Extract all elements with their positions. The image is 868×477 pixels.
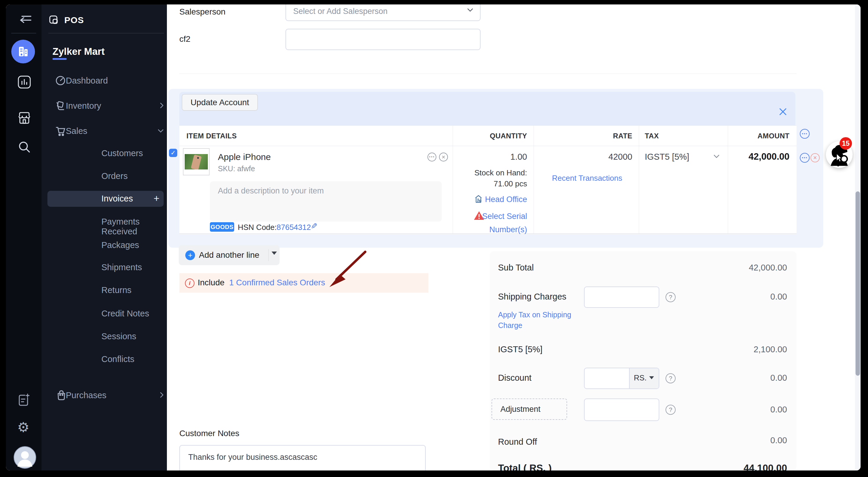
collapse-sidebar-icon[interactable] bbox=[19, 14, 33, 26]
row-delete-icon[interactable]: ✕ bbox=[810, 153, 820, 162]
salesperson-select[interactable]: Select or Add Salesperson bbox=[285, 4, 480, 21]
sidebar-item-conflicts[interactable]: Conflicts bbox=[101, 354, 134, 364]
chevron-down-icon[interactable] bbox=[158, 127, 164, 133]
sidebar-item-invoices-active[interactable]: Invoices + bbox=[48, 191, 164, 207]
adjustment-value: 0.00 bbox=[771, 405, 787, 414]
col-header-amount: AMOUNT bbox=[757, 132, 789, 140]
header-row-divider bbox=[179, 146, 797, 146]
reports-icon[interactable] bbox=[17, 75, 31, 89]
sidebar-item-shipments[interactable]: Shipments bbox=[101, 262, 142, 272]
sidebar-item-purchases[interactable]: Purchases bbox=[66, 390, 106, 400]
cf2-input[interactable] bbox=[285, 29, 480, 50]
item-sku: SKU: afwfe bbox=[218, 164, 255, 173]
adjustment-input[interactable] bbox=[584, 399, 659, 421]
store-icon[interactable] bbox=[17, 111, 31, 125]
sidebar-item-sessions[interactable]: Sessions bbox=[101, 331, 136, 341]
recent-transactions-link[interactable]: Recent Transactions bbox=[552, 173, 622, 183]
scrollbar-thumb[interactable] bbox=[856, 191, 860, 376]
row-options-icon[interactable]: ••• bbox=[800, 153, 810, 163]
customer-notes-textarea[interactable]: Thanks for your business.ascascasc bbox=[179, 445, 426, 471]
adjustment-field-button[interactable]: Adjustment bbox=[492, 399, 567, 420]
purchases-icon bbox=[56, 390, 66, 401]
adjustment-label: Adjustment bbox=[500, 405, 540, 414]
organization-icon[interactable] bbox=[11, 40, 35, 63]
include-orders-banner: i Include 1 Confirmed Sales Orders bbox=[179, 273, 428, 293]
add-line-button[interactable]: + Add another line bbox=[179, 245, 280, 265]
sidebar-item-inventory[interactable]: Inventory bbox=[66, 101, 101, 111]
customer-notes-value: Thanks for your business.ascascasc bbox=[188, 453, 317, 462]
sidebar-item-payments-received[interactable]: Payments Received bbox=[101, 217, 167, 236]
banner-close-icon[interactable] bbox=[778, 107, 788, 117]
item-quantity[interactable]: 1.00 bbox=[510, 152, 527, 162]
chevron-right-icon[interactable] bbox=[158, 102, 164, 108]
hsn-value-link[interactable]: 87654312 bbox=[277, 223, 311, 232]
tax-select[interactable]: IGST5 [5%] bbox=[645, 152, 689, 162]
app-title: POS bbox=[64, 15, 84, 25]
cf2-label: cf2 bbox=[179, 34, 190, 44]
update-account-banner bbox=[179, 92, 795, 125]
search-icon[interactable] bbox=[18, 140, 31, 154]
sidebar-item-returns[interactable]: Returns bbox=[101, 285, 132, 295]
app-window: ⚙ POS Zylker Mart Dashboard bbox=[6, 4, 861, 471]
add-line-caret-icon[interactable] bbox=[272, 252, 277, 255]
col-header-rate: RATE bbox=[613, 132, 632, 140]
discount-unit-caret-icon bbox=[649, 376, 654, 379]
sales-icon bbox=[55, 126, 66, 136]
user-avatar[interactable] bbox=[13, 446, 36, 469]
org-name[interactable]: Zylker Mart bbox=[53, 46, 105, 57]
sidebar-item-invoices-label: Invoices bbox=[101, 194, 133, 203]
igst-value: 2,100.00 bbox=[753, 345, 787, 354]
row-bottom-divider bbox=[179, 233, 797, 234]
sidebar-item-sales[interactable]: Sales bbox=[66, 126, 88, 136]
apply-tax-shipping-link-line2[interactable]: Charge bbox=[498, 321, 522, 330]
item-thumbnail[interactable] bbox=[183, 148, 210, 176]
sidebar-item-dashboard[interactable]: Dashboard bbox=[66, 76, 108, 86]
discount-unit-select[interactable]: RS. bbox=[629, 368, 659, 388]
sub-total-label: Sub Total bbox=[498, 263, 534, 273]
org-underline bbox=[53, 58, 67, 60]
item-options-icon[interactable]: ••• bbox=[428, 153, 436, 161]
chevron-right-icon[interactable] bbox=[158, 392, 164, 398]
shipping-charges-input[interactable] bbox=[584, 286, 659, 308]
sidebar: POS Zylker Mart Dashboard Inventory Sale… bbox=[41, 4, 167, 471]
discount-input[interactable]: RS. bbox=[584, 368, 659, 389]
dashboard-icon bbox=[56, 75, 65, 86]
new-document-icon[interactable] bbox=[17, 393, 31, 407]
row-checkbox[interactable]: ✓ bbox=[169, 149, 177, 157]
round-off-label: Round Off bbox=[498, 437, 537, 447]
sub-total-value: 42,000.00 bbox=[749, 263, 787, 273]
item-description-input[interactable]: Add a description to your item bbox=[210, 181, 442, 222]
col-header-tax: TAX bbox=[645, 132, 659, 140]
select-serial-link-line2[interactable]: Number(s) bbox=[489, 225, 527, 234]
item-name[interactable]: Apple iPhone bbox=[218, 152, 271, 162]
adjustment-help-icon[interactable]: ? bbox=[665, 405, 676, 415]
apply-tax-shipping-link-line1[interactable]: Apply Tax on Shipping bbox=[498, 311, 571, 319]
shipping-value: 0.00 bbox=[771, 292, 787, 301]
salesperson-label: Salesperson bbox=[179, 7, 226, 17]
sidebar-item-orders[interactable]: Orders bbox=[101, 171, 128, 181]
form-divider bbox=[179, 73, 797, 74]
discount-help-icon[interactable]: ? bbox=[665, 373, 676, 383]
select-serial-link-line1[interactable]: Select Serial bbox=[482, 212, 527, 221]
shipping-help-icon[interactable]: ? bbox=[665, 292, 676, 302]
icon-rail: ⚙ bbox=[6, 4, 41, 471]
notification-badge: 15 bbox=[840, 137, 852, 150]
description-placeholder: Add a description to your item bbox=[218, 186, 324, 195]
sidebar-item-customers[interactable]: Customers bbox=[101, 149, 143, 158]
settings-gear-icon[interactable]: ⚙ bbox=[17, 420, 29, 434]
plus-circle-icon: + bbox=[185, 250, 195, 260]
discount-value: 0.00 bbox=[771, 373, 787, 383]
sidebar-item-credit-notes[interactable]: Credit Notes bbox=[101, 309, 149, 318]
edit-pencil-icon[interactable]: ✎ bbox=[311, 222, 317, 231]
table-options-icon[interactable]: ••• bbox=[800, 129, 810, 139]
update-account-button[interactable]: Update Account bbox=[182, 94, 258, 111]
column-divider bbox=[728, 125, 728, 234]
item-rate[interactable]: 42000 bbox=[608, 152, 632, 162]
confirmed-sales-orders-link[interactable]: 1 Confirmed Sales Orders bbox=[229, 278, 325, 287]
add-invoice-plus-icon[interactable]: + bbox=[154, 193, 159, 204]
sidebar-item-packages[interactable]: Packages bbox=[101, 240, 139, 250]
warehouse-link[interactable]: Head Office bbox=[474, 194, 527, 204]
item-remove-icon[interactable]: ✕ bbox=[439, 153, 448, 161]
warehouse-name: Head Office bbox=[485, 195, 527, 204]
inventory-icon bbox=[55, 101, 65, 111]
